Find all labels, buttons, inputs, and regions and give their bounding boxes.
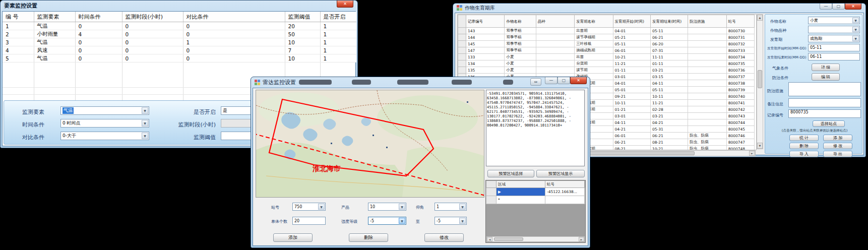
modify-button[interactable]: 修 改 [823,143,852,149]
chevron-down-icon[interactable]: ▼ [852,18,859,23]
chevron-down-icon[interactable]: ▼ [399,218,405,224]
table-row[interactable]: ▶-45122.16638...750 [486,188,585,196]
station-combo[interactable]: 750 ▼ [292,203,326,211]
measure-textbox[interactable] [788,82,861,96]
column-header[interactable]: 时间条件 [75,12,122,22]
minimize-icon[interactable]: — [545,77,557,84]
modify-button[interactable]: 修改 [424,233,464,242]
chevron-down-icon[interactable]: ▼ [142,120,148,127]
radar-titlebar[interactable]: 雷达监控设置 ⇔ — ▢ ✕ [251,77,590,87]
add-button[interactable]: 添 加 [823,135,852,141]
table-row[interactable]: 145双季早稻三叶移栽05-1106-208000732 [458,41,755,47]
close-icon[interactable]: ✕ [570,77,587,84]
add-button[interactable]: 添加 [273,233,313,242]
table-row[interactable]: 4风速00071 [3,46,356,54]
product-label: 产品 [341,205,349,210]
export-button[interactable]: 导 出 [823,151,852,157]
table-row[interactable]: 1气温000201 [3,22,356,30]
delete-button[interactable]: 删 除 [789,143,819,149]
blurred-text [452,80,472,85]
import-button[interactable]: 导 入 [789,151,819,157]
scroll-down-icon[interactable]: ▼ [757,143,763,149]
column-header[interactable]: 发育期开始(时间) [613,15,650,28]
table-row[interactable]: 147双季早稻抽穗成熟期06-0107-318000733 [458,47,755,54]
close-icon[interactable]: ✕ [337,1,353,8]
column-header[interactable]: 编 号 [3,12,34,22]
column-header[interactable]: 作物名称 [505,15,536,28]
time-condition-combo[interactable]: 0 时间点 ▼ [60,119,149,128]
column-header[interactable]: 监测阈值 [285,12,320,22]
intensity-level-combo[interactable]: -5 ▼ [368,217,406,225]
crop-table-vscrollbar[interactable]: ▲ ▼ [757,14,763,149]
grid-hscrollbar[interactable]: ◄ ► [486,236,585,242]
cell-count-input[interactable] [292,217,326,225]
scroll-thumb[interactable] [758,70,762,88]
column-header[interactable]: 区域 [497,181,545,188]
to-level-combo[interactable]: -5 ▼ [435,217,467,225]
resize-icon[interactable]: ⇔ [530,78,541,86]
monitor-titlebar[interactable]: 要素监控设置 ✕ [1,1,357,11]
table-row[interactable]: 5气温000101 [3,54,356,62]
scroll-left-icon[interactable]: ◄ [487,237,492,241]
warning-area-grid[interactable]: 区域站号 ▶-45122.16638...750* ◄ ► [485,180,586,243]
weather-detail-button[interactable]: 详 细 [812,64,840,71]
remark-textbox[interactable] [788,98,861,107]
scroll-up-icon[interactable]: ▲ [757,15,763,21]
chevron-down-icon[interactable]: ▼ [399,204,405,210]
table-row[interactable]: 143双季早稻出苗期04-0105-118000730 [458,28,755,34]
column-header[interactable]: 防治措施 [688,15,726,28]
warning-area-select-button[interactable]: 预警区域选择 [487,170,534,177]
crop-name-combo[interactable]: 小麦 ▼ [808,17,860,24]
variety-combo[interactable]: ▼ [808,26,860,33]
column-header[interactable]: 发育期名称 [575,15,613,28]
table-row[interactable]: 133小麦出苗10-2111-118000734 [458,54,755,60]
chevron-down-icon[interactable]: ▼ [142,107,148,114]
table-row[interactable]: 144双季早稻拔节孕穗期05-2106-218000731 [458,34,755,41]
control-edit-button[interactable]: 编 辑 [812,73,840,81]
chevron-down-icon[interactable]: ▼ [852,27,859,32]
phase-end-input[interactable] [808,53,860,60]
table-row[interactable]: 134小麦分蘖期11-2101-118000735 [458,60,755,67]
elevation-combo[interactable]: 1 ▼ [435,203,467,211]
time-condition-label: 时间条件 [22,121,44,129]
scroll-thumb[interactable] [494,237,523,241]
column-header[interactable]: 是否开启 [320,12,356,22]
column-header[interactable]: 监测时段(小时) [122,12,183,22]
product-combo[interactable]: 10 ▼ [368,203,406,211]
chevron-down-icon[interactable]: ▼ [852,36,859,41]
chevron-down-icon[interactable]: ▼ [142,133,148,139]
warning-area-coordinates[interactable]: -53491.0172034571, 905914.131175410, 634… [486,90,585,166]
close-icon[interactable]: ✕ [845,4,861,10]
select-station-button[interactable]: 选择站点 [813,120,845,127]
phase-combo[interactable]: 成熟期 ▼ [808,35,860,42]
crop-titlebar[interactable]: 作物生育期库 — ▢ ✕ [453,4,865,12]
stat-button[interactable]: 统 计 [789,135,819,141]
record-id-textbox[interactable] [788,109,861,118]
chevron-down-icon[interactable]: ▼ [459,204,466,210]
scroll-right-icon[interactable]: ► [749,151,755,156]
maximize-icon[interactable]: ▢ [557,77,570,84]
table-row[interactable]: * [486,196,585,204]
chevron-down-icon[interactable]: ▼ [459,218,466,224]
map-canvas[interactable]: 淮北海市 [256,90,484,198]
minimize-icon[interactable]: — [820,4,832,10]
table-row[interactable]: 135小麦拔节期01-1103-218000736 [458,67,755,74]
phase-start-input[interactable] [808,44,860,51]
column-header[interactable]: 品种 [536,15,574,28]
column-header[interactable]: 对比条件 [183,12,285,22]
maximize-icon[interactable]: ▢ [832,4,845,10]
column-header[interactable]: 记录编号 [466,15,505,28]
chevron-down-icon[interactable]: ▼ [318,204,325,210]
delete-button[interactable]: 删除 [349,233,388,242]
element-combo[interactable]: 气温 ▼ [60,106,149,115]
warning-area-show-button[interactable]: 预警区域显示 [536,170,585,177]
scroll-right-icon[interactable]: ► [579,237,584,241]
column-header[interactable]: 站号 [545,181,585,188]
column-header[interactable]: 监测要素 [34,12,75,22]
table-row[interactable]: 2小时雨量400501 [3,30,356,38]
table-row[interactable]: 3气温001101 [3,38,356,46]
column-header[interactable]: 发育期结束(时间) [650,15,688,28]
compare-condition-combo[interactable]: 0-大于 ▼ [60,132,149,140]
scroll-thumb[interactable] [586,151,695,155]
column-header[interactable]: 站号 [726,15,754,28]
